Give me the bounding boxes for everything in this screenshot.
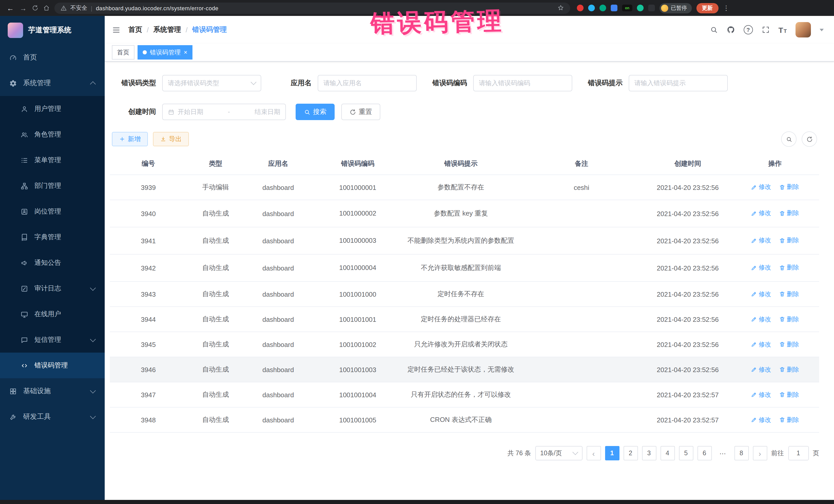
delete-link[interactable]: 删除 [779, 390, 799, 399]
sidebar-item-departments[interactable]: 部门管理 [0, 173, 105, 199]
browser-profile-chip[interactable]: 已暂停 [659, 3, 692, 13]
page-button[interactable]: 4 [660, 446, 675, 461]
toggle-search-button[interactable] [781, 131, 796, 147]
reset-button[interactable]: 重置 [341, 104, 380, 120]
search-button[interactable]: 搜索 [295, 104, 335, 120]
page-url: dashboard.yudao.iocoder.cn/system/error-… [96, 5, 218, 11]
extension-icon-leaf[interactable] [637, 5, 643, 11]
error-type-select[interactable]: 请选择错误码类型 [162, 75, 261, 91]
delete-link[interactable]: 删除 [779, 290, 799, 299]
extension-icon-green[interactable] [599, 5, 606, 11]
page-button[interactable]: 5 [679, 446, 693, 461]
edit-link[interactable]: 修改 [751, 290, 771, 299]
breadcrumb-home[interactable]: 首页 [128, 25, 142, 35]
table-row: 3939 手动编辑 dashboard 1001000001 参数配置不存在 c… [110, 175, 819, 200]
chevron-down-icon [90, 413, 96, 419]
edit-link[interactable]: 修改 [751, 365, 771, 374]
page-size-select[interactable]: 10条/页 [535, 446, 582, 461]
goto-page-input[interactable] [788, 446, 809, 461]
prev-page-button[interactable] [586, 446, 601, 461]
address-divider: | [91, 5, 92, 11]
tree-icon [21, 182, 28, 190]
sidebar-item-menus[interactable]: 菜单管理 [0, 147, 105, 173]
sidebar-item-users[interactable]: 用户管理 [0, 96, 105, 122]
date-range-picker[interactable]: 开始日期 - 结束日期 [162, 104, 286, 120]
page-button[interactable]: 2 [623, 446, 638, 461]
row-app: dashboard [263, 316, 294, 323]
row-type: 自动生成 [202, 264, 229, 271]
delete-link[interactable]: 删除 [779, 415, 799, 424]
tab-error-code[interactable]: 错误码管理 [137, 45, 193, 60]
browser-reload-icon[interactable] [32, 5, 39, 11]
page-button[interactable]: 1 [605, 446, 619, 461]
sidebar-item-notices[interactable]: 通知公告 [0, 250, 105, 276]
add-button[interactable]: 新增 [112, 132, 148, 146]
sidebar-item-online-users[interactable]: 在线用户 [0, 301, 105, 327]
delete-link[interactable]: 删除 [779, 264, 799, 272]
browser-forward-icon[interactable]: → [19, 4, 27, 12]
search-icon[interactable] [709, 26, 718, 34]
edit-link[interactable]: 修改 [751, 236, 771, 245]
edit-link[interactable]: 修改 [751, 264, 771, 272]
help-icon[interactable] [743, 25, 753, 35]
delete-link[interactable]: 删除 [779, 236, 799, 245]
error-hint-input[interactable] [629, 75, 728, 91]
app-name-input[interactable] [318, 75, 417, 91]
sidebar-item-home[interactable]: 首页 [0, 45, 105, 70]
page-button[interactable]: 6 [697, 446, 711, 461]
sidebar-item-dev-tools[interactable]: 研发工具 [0, 404, 105, 430]
extension-icon-pin[interactable] [648, 5, 655, 11]
page-button[interactable]: ⋯ [716, 446, 730, 461]
app-shell: 芋道管理系统 首页 系统管理 用户管理 角色管理 [0, 16, 834, 504]
avatar-caret-icon[interactable] [820, 28, 824, 31]
fullscreen-icon[interactable] [761, 26, 770, 34]
delete-link[interactable]: 删除 [779, 340, 799, 349]
extension-icon-grid[interactable] [611, 5, 617, 11]
edit-link[interactable]: 修改 [751, 415, 771, 424]
extension-icon-blue-drop[interactable] [588, 5, 595, 11]
edit-link-label: 修改 [759, 415, 771, 424]
download-icon [160, 136, 166, 142]
error-code-input[interactable] [473, 75, 572, 91]
refresh-table-button[interactable] [802, 131, 817, 147]
sidebar-item-roles[interactable]: 角色管理 [0, 122, 105, 147]
browser-back-icon[interactable]: ← [6, 4, 14, 12]
github-icon[interactable] [726, 26, 735, 34]
delete-link[interactable]: 删除 [779, 315, 799, 324]
page-button[interactable]: 3 [642, 446, 656, 461]
bookmark-star-icon[interactable] [557, 5, 564, 11]
user-avatar[interactable] [795, 22, 811, 38]
trash-icon [779, 211, 785, 217]
extension-icon-on-badge[interactable]: on [622, 5, 632, 11]
sidebar-logo[interactable]: 芋道管理系统 [0, 16, 105, 45]
breadcrumb-system[interactable]: 系统管理 [153, 25, 181, 35]
row-app: dashboard [263, 183, 294, 191]
sidebar-item-error-code[interactable]: 错误码管理 [0, 353, 105, 378]
font-size-icon[interactable] [778, 26, 787, 34]
tab-home[interactable]: 首页 [112, 45, 134, 60]
browser-home-icon[interactable] [43, 5, 50, 11]
sidebar-item-audit-log[interactable]: 审计日志 [0, 276, 105, 301]
sidebar-item-infrastructure[interactable]: 基础设施 [0, 378, 105, 404]
address-bar[interactable]: 不安全 | dashboard.yudao.iocoder.cn/system/… [54, 2, 570, 14]
browser-update-button[interactable]: 更新 [696, 3, 718, 13]
sidebar-item-sms[interactable]: 短信管理 [0, 327, 105, 353]
browser-menu-icon[interactable]: ⋮ [723, 4, 729, 12]
next-page-button[interactable] [753, 446, 767, 461]
sidebar-item-system[interactable]: 系统管理 [0, 70, 105, 96]
edit-link[interactable]: 修改 [751, 183, 771, 192]
edit-link[interactable]: 修改 [751, 315, 771, 324]
edit-link[interactable]: 修改 [751, 209, 771, 218]
page-button[interactable]: 8 [734, 446, 749, 461]
export-button[interactable]: 导出 [153, 132, 189, 146]
extension-icon-red[interactable] [577, 5, 584, 11]
delete-link[interactable]: 删除 [779, 365, 799, 374]
delete-link[interactable]: 删除 [779, 183, 799, 192]
delete-link[interactable]: 删除 [779, 209, 799, 218]
edit-link[interactable]: 修改 [751, 390, 771, 399]
sidebar-collapse-icon[interactable] [112, 25, 120, 34]
sidebar-item-dictionary[interactable]: 字典管理 [0, 224, 105, 250]
tab-close-icon[interactable] [184, 49, 187, 56]
sidebar-item-positions[interactable]: 岗位管理 [0, 199, 105, 224]
edit-link[interactable]: 修改 [751, 340, 771, 349]
